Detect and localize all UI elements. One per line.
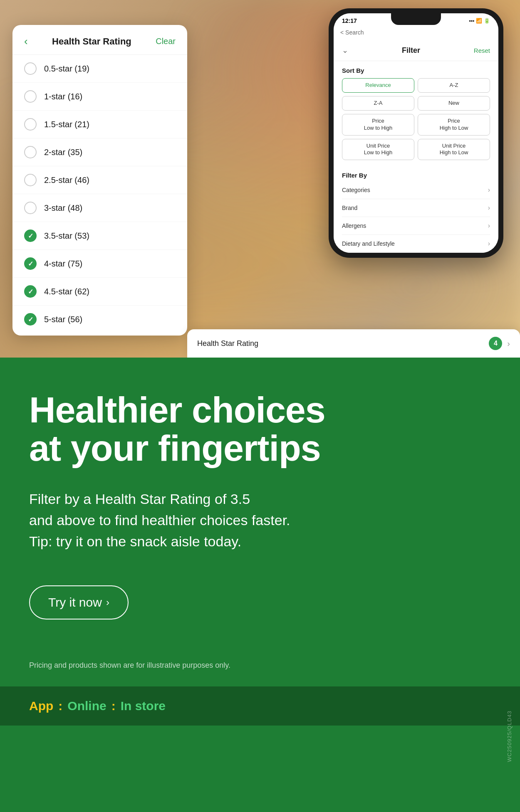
filter-row-chevron-icon: ›: [488, 186, 490, 194]
try-button-label: Try it now: [48, 595, 102, 610]
radio-circle: [24, 90, 37, 103]
sort-option-button[interactable]: Relevance: [342, 78, 414, 93]
filter-option-label: 2.5-star (46): [44, 175, 89, 185]
sort-option-button[interactable]: New: [418, 96, 490, 111]
hsr-bar[interactable]: Health Star Rating 4 ›: [187, 329, 520, 358]
signal-icon: ▪▪▪: [469, 18, 474, 24]
sort-by-label: Sort By: [342, 67, 490, 74]
back-icon[interactable]: ‹: [24, 35, 28, 48]
status-icons: ▪▪▪ 📶 🔋: [469, 18, 490, 24]
status-time: 12:17: [342, 17, 357, 24]
filter-row-label: Brand: [342, 205, 357, 211]
filter-row[interactable]: Allergens ›: [342, 217, 490, 235]
hsr-bar-label: Health Star Rating: [197, 339, 258, 348]
sub-text-line2: and above to find healthier choices fast…: [29, 512, 290, 528]
filter-row-label: Categories: [342, 187, 370, 193]
phone-search-bar: < Search: [334, 27, 498, 40]
filter-row-chevron-icon: ›: [488, 222, 490, 230]
filter-card-title: Health Star Rating: [28, 36, 156, 47]
filter-option-label: 1-star (16): [44, 92, 82, 101]
filter-option[interactable]: 1.5-star (21): [12, 111, 187, 138]
try-it-now-button[interactable]: Try it now ›: [29, 585, 129, 619]
filter-screen-header: ⌄ Filter Reset: [334, 40, 498, 61]
sort-by-section: Sort By RelevanceA-ZZ-ANewPriceLow to Hi…: [334, 61, 498, 166]
wifi-icon: 📶: [476, 18, 482, 24]
filter-option-label: 2-star (35): [44, 148, 82, 157]
footer-sep1: :: [58, 699, 62, 713]
main-heading: Healthier choices at your fingertips: [29, 391, 491, 468]
filter-option-label: 3-star (48): [44, 203, 82, 213]
radio-circle: [24, 202, 37, 214]
sub-text-line3: Tip: try it on the snack aisle today.: [29, 533, 241, 549]
search-back-label[interactable]: < Search: [340, 29, 364, 36]
filter-option-label: 5-star (56): [44, 315, 82, 324]
filter-option[interactable]: 3-star (48): [12, 194, 187, 222]
battery-icon: 🔋: [484, 18, 490, 24]
chevron-down-icon[interactable]: ⌄: [342, 46, 348, 55]
radio-circle: [24, 285, 37, 298]
filter-option-label: 0.5-star (19): [44, 64, 89, 74]
footer-online-label: Online: [67, 699, 106, 713]
filter-card-header: ‹ Health Star Rating Clear: [12, 25, 187, 55]
filter-row-chevron-icon: ›: [488, 240, 490, 247]
radio-circle: [24, 118, 37, 131]
sort-option-button[interactable]: Z-A: [342, 96, 414, 111]
filter-row-chevron-icon: ›: [488, 204, 490, 212]
hsr-chevron-icon: ›: [507, 339, 510, 348]
filter-row-label: Dietary and Lifestyle: [342, 240, 395, 247]
clear-button[interactable]: Clear: [156, 37, 176, 46]
filter-card: ‹ Health Star Rating Clear 0.5-star (19)…: [12, 25, 187, 336]
filter-row[interactable]: Dietary and Lifestyle ›: [342, 235, 490, 253]
reset-button[interactable]: Reset: [474, 47, 490, 54]
filter-row[interactable]: Categories ›: [342, 181, 490, 199]
filter-rows: Categories › Brand › Allergens › Dietary…: [342, 181, 490, 253]
filter-option[interactable]: 2-star (35): [12, 138, 187, 166]
filter-option[interactable]: 1-star (16): [12, 83, 187, 111]
radio-circle: [24, 174, 37, 186]
filter-row-label: Allergens: [342, 222, 366, 229]
hsr-badge: 4: [489, 337, 502, 350]
bottom-bar: App : Online : In store: [0, 686, 520, 726]
footer-app-label: App: [29, 699, 53, 713]
filter-option-label: 3.5-star (53): [44, 231, 89, 241]
filter-option-label: 4-star (75): [44, 259, 82, 269]
sort-option-button[interactable]: PriceLow to High: [342, 114, 414, 136]
filter-row[interactable]: Brand ›: [342, 199, 490, 217]
filter-option-label: 1.5-star (21): [44, 120, 89, 129]
sub-text-line1: Filter by a Health Star Rating of 3.5: [29, 491, 250, 507]
phone-outer: 12:17 ▪▪▪ 📶 🔋 < Search ⌄ Filter: [329, 8, 503, 258]
sort-option-button[interactable]: PriceHigh to Low: [418, 114, 490, 136]
radio-circle: [24, 313, 37, 326]
filter-option[interactable]: 4-star (75): [12, 250, 187, 278]
footer-sep2: :: [111, 699, 116, 713]
filter-option[interactable]: 3.5-star (53): [12, 222, 187, 250]
sub-text: Filter by a Health Star Rating of 3.5 an…: [29, 489, 370, 552]
filter-by-label: Filter By: [342, 172, 490, 179]
filter-option[interactable]: 0.5-star (19): [12, 55, 187, 83]
sort-option-button[interactable]: Unit PriceHigh to Low: [418, 139, 490, 160]
filter-title-phone: Filter: [402, 46, 420, 55]
radio-circle: [24, 257, 37, 270]
try-button-chevron-icon: ›: [106, 597, 109, 608]
bottom-section: Healthier choices at your fingertips Fil…: [0, 358, 520, 812]
watermark: WC250925/QLD43: [506, 711, 513, 762]
filter-by-section: Filter By Categories › Brand › Allergens…: [334, 166, 498, 253]
radio-circle: [24, 62, 37, 75]
filter-option[interactable]: 5-star (56): [12, 306, 187, 336]
radio-circle: [24, 230, 37, 242]
phone-notch: [391, 13, 441, 25]
phone-screen: 12:17 ▪▪▪ 📶 🔋 < Search ⌄ Filter: [334, 13, 498, 253]
filter-option[interactable]: 4.5-star (62): [12, 278, 187, 306]
radio-circle: [24, 146, 37, 158]
disclaimer-text: Pricing and products shown are for illus…: [29, 661, 491, 670]
sort-option-button[interactable]: Unit PriceLow to High: [342, 139, 414, 160]
phone-mockup: 12:17 ▪▪▪ 📶 🔋 < Search ⌄ Filter: [329, 8, 503, 258]
heading-line1: Healthier choices: [29, 389, 325, 430]
filter-option[interactable]: 2.5-star (46): [12, 166, 187, 194]
filter-screen: ⌄ Filter Reset Sort By RelevanceA-ZZ-ANe…: [334, 40, 498, 253]
filter-options-list: 0.5-star (19) 1-star (16) 1.5-star (21) …: [12, 55, 187, 336]
hsr-bar-right: 4 ›: [489, 337, 510, 350]
sort-option-button[interactable]: A-Z: [418, 78, 490, 93]
heading-line2: at your fingertips: [29, 427, 321, 469]
footer-store-label: In store: [121, 699, 166, 713]
